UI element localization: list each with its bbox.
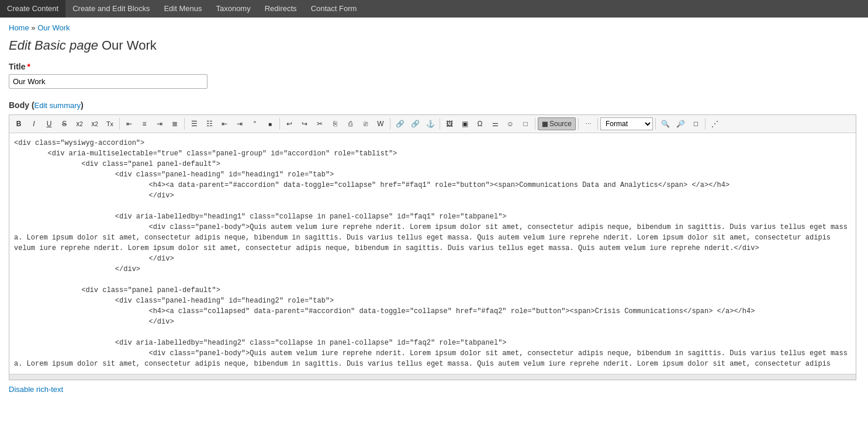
toolbar-sep-10 [705, 118, 706, 130]
pastefromword-button[interactable]: W [374, 117, 388, 130]
editor-toolbar: B I U S x2 x2 Tx ⇤ ≡ ⇥ ≣ ☰ ☷ ⇤ ⇥ “ [9, 115, 856, 133]
pastetext-button[interactable]: ⎚ [358, 117, 372, 130]
page-title-prefix: Edit Basic page [9, 38, 98, 53]
body-label: Body (Edit summary) [9, 100, 859, 110]
blockquote-button[interactable]: “ [248, 117, 262, 130]
breadcrumb: Home » Our Work [0, 18, 868, 35]
copy-button[interactable]: ⎘ [328, 117, 342, 130]
selectall-button[interactable]: ☐ [689, 117, 703, 130]
paste-button[interactable]: ⎙ [343, 117, 357, 130]
italic-button[interactable]: I [27, 117, 41, 130]
showblocks-button[interactable]: ■ [263, 117, 277, 130]
toolbar-sep-3 [279, 118, 280, 130]
cut-button[interactable]: ✂ [313, 117, 327, 130]
title-field-container: Title* [9, 62, 859, 89]
nav-create-edit-blocks[interactable]: Create and Edit Blocks [65, 0, 157, 18]
anchor-button[interactable]: ⚓ [423, 117, 437, 130]
outdent-button[interactable]: ⇤ [217, 117, 231, 130]
redo-button[interactable]: ↪ [298, 117, 312, 130]
specialchar-button[interactable]: Ω [473, 117, 487, 130]
superscript-button[interactable]: x2 [72, 117, 87, 130]
toolbar-sep-6 [535, 118, 535, 130]
align-right-button[interactable]: ⇥ [153, 117, 167, 130]
removeformat-button[interactable]: Tx [103, 117, 117, 130]
nav-contact-form[interactable]: Contact Form [304, 0, 364, 18]
nav-redirects[interactable]: Redirects [258, 0, 304, 18]
toolbar-sep-7 [578, 118, 579, 130]
align-left-button[interactable]: ⇤ [122, 117, 136, 130]
findreplace-button[interactable]: 🔎 [673, 117, 687, 130]
editor-content-area[interactable]: <div class="wysiwyg-accordion"> <div ari… [9, 133, 856, 374]
nav-edit-menus[interactable]: Edit Menus [157, 0, 209, 18]
toolbar-sep-1 [119, 118, 120, 130]
ordered-list-button[interactable]: ☷ [202, 117, 216, 130]
page-title-suffix: Our Work [102, 38, 157, 53]
unlink-button[interactable]: 🔗 [408, 117, 422, 130]
source-label: Source [549, 120, 572, 128]
toolbar-sep-4 [390, 118, 390, 130]
underline-button[interactable]: U [42, 117, 56, 130]
table-button[interactable]: ⚌ [488, 117, 502, 130]
body-field-container: Body (Edit summary) B I U S x2 x2 Tx ⇤ ≡… [9, 100, 859, 380]
title-input[interactable] [9, 74, 208, 89]
page-title: Edit Basic page Our Work [0, 35, 868, 62]
indent-button[interactable]: ⇥ [233, 117, 247, 130]
editor-resize-bar[interactable] [9, 374, 856, 380]
top-navigation: Create Content Create and Edit Blocks Ed… [0, 0, 868, 18]
link-button[interactable]: 🔗 [393, 117, 407, 130]
toolbar-sep-2 [184, 118, 185, 130]
align-justify-button[interactable]: ≣ [168, 117, 182, 130]
toolbar-sep-9 [655, 118, 656, 130]
strikethrough-button[interactable]: S [57, 117, 71, 130]
maximize-button[interactable]: ⋰ [708, 117, 722, 130]
smiley-button[interactable]: ☺ [503, 117, 517, 130]
image-button[interactable]: 🖼 [442, 117, 457, 130]
subscript-button[interactable]: x2 [88, 117, 102, 130]
breadcrumb-separator: » [31, 23, 35, 32]
edit-summary-link[interactable]: Edit summary [34, 101, 81, 110]
wysiwyg-editor: B I U S x2 x2 Tx ⇤ ≡ ⇥ ≣ ☰ ☷ ⇤ ⇥ “ [9, 114, 856, 380]
undo-button[interactable]: ↩ [282, 117, 296, 130]
main-content: Title* Body (Edit summary) B I U S x2 x2… [0, 62, 868, 402]
format-select[interactable]: Format Normal Heading 1 Heading 2 Headin… [600, 117, 653, 130]
source-icon: ▦ [542, 120, 548, 128]
toolbar-sep-8 [597, 118, 598, 130]
toolbar-sep-5 [440, 118, 440, 130]
iframe-button[interactable]: □ [518, 117, 532, 130]
title-label: Title* [9, 62, 859, 71]
nav-create-content[interactable]: Create Content [0, 0, 65, 18]
breadcrumb-home[interactable]: Home [9, 23, 29, 32]
find-button[interactable]: 🔍 [658, 117, 672, 130]
align-center-button[interactable]: ≡ [137, 117, 151, 130]
disable-rich-text-container: Disable rich-text [9, 385, 63, 394]
nav-taxonomy[interactable]: Taxonomy [209, 0, 257, 18]
imagealign-button[interactable]: ▣ [458, 117, 472, 130]
breadcrumb-current[interactable]: Our Work [37, 23, 70, 32]
pagebreak-button[interactable]: ⋯ [581, 117, 595, 130]
disable-rich-text-link[interactable]: Disable rich-text [9, 385, 63, 394]
unordered-list-button[interactable]: ☰ [187, 117, 201, 130]
source-button[interactable]: ▦ Source [538, 117, 576, 130]
bold-button[interactable]: B [12, 117, 26, 130]
